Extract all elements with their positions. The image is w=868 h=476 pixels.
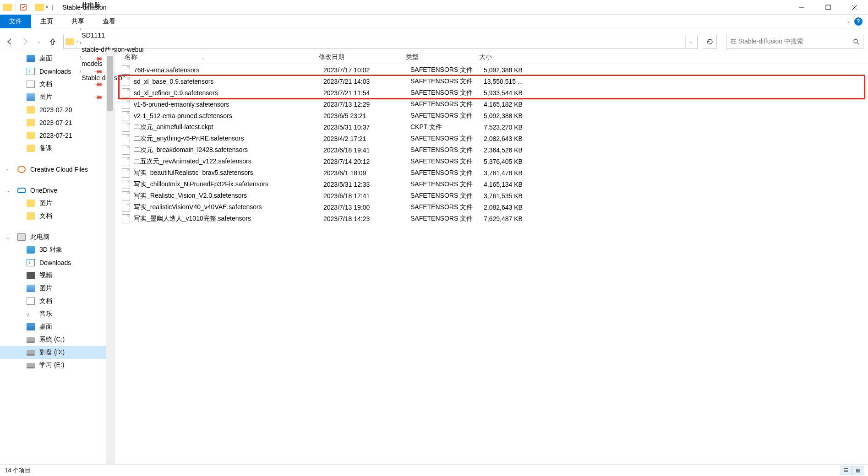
file-row[interactable]: 写实_realisticVisionV40_v40VAE.safetensors… (115, 201, 868, 213)
svg-rect-2 (826, 5, 830, 10)
file-name: 写实_Realistic_Vision_V2.0.safetensors (134, 192, 323, 200)
sidebar-item[interactable]: 文档 (0, 295, 114, 308)
tab-file[interactable]: 文件 (0, 15, 31, 28)
chevron-right-icon[interactable]: › (76, 39, 79, 44)
sidebar-item[interactable]: 图片 (0, 197, 114, 210)
file-size: 3,761,535 KB (484, 192, 534, 200)
help-icon[interactable]: ? (854, 17, 863, 26)
sidebar-item-onedrive[interactable]: ⌵OneDrive (0, 184, 114, 197)
file-icon (122, 146, 130, 155)
column-type[interactable]: 类型 (406, 53, 479, 61)
sidebar-item[interactable]: 桌面 (0, 320, 114, 333)
breadcrumb-item[interactable]: 此电脑 (79, 1, 146, 10)
column-name[interactable]: 名称⌵ (122, 53, 319, 61)
search-input[interactable]: 在 Stable-diffusion 中搜索 (726, 35, 863, 49)
file-icon (122, 111, 130, 120)
scrollbar-thumb[interactable] (107, 56, 113, 111)
file-type: SAFETENSORS 文件 (410, 112, 484, 120)
view-icons-button[interactable]: ▦ (852, 466, 863, 475)
qat-dropdown-icon[interactable]: ▾ (46, 5, 48, 10)
divider (31, 3, 31, 11)
file-icon (122, 123, 130, 132)
forward-button[interactable] (20, 37, 30, 47)
sidebar-item[interactable]: 桌面📌 (0, 52, 114, 65)
file-date: 2023/7/21 11:54 (323, 89, 410, 97)
address-dropdown-icon[interactable]: ⌵ (685, 35, 695, 48)
file-type: SAFETENSORS 文件 (410, 100, 484, 108)
sidebar-item-label: 3D 对象 (39, 246, 62, 254)
file-name: sd_xl_refiner_0.9.safetensors (134, 89, 323, 97)
sidebar-item[interactable]: 音乐 (0, 308, 114, 320)
tab-home[interactable]: 主页 (31, 15, 62, 28)
sidebar-item[interactable]: 视频 (0, 269, 114, 282)
tab-share[interactable]: 共享 (62, 15, 93, 28)
folder-icon[interactable] (35, 4, 44, 11)
file-size: 2,364,526 KB (484, 146, 534, 154)
sidebar-item[interactable]: 3D 对象 (0, 243, 114, 256)
sidebar-item[interactable]: 备课 (0, 142, 114, 155)
maximize-button[interactable] (815, 0, 841, 15)
search-icon[interactable] (853, 38, 859, 45)
collapse-icon[interactable]: ⌵ (6, 235, 9, 240)
sidebar-item[interactable]: Downloads📌 (0, 65, 114, 78)
sort-indicator-icon: ⌵ (202, 55, 204, 60)
pin-icon: 📌 (94, 92, 104, 102)
sidebar-item[interactable]: 文档 (0, 210, 114, 222)
minimize-button[interactable] (788, 0, 815, 15)
file-row[interactable]: v2-1_512-ema-pruned.safetensors2023/6/5 … (115, 110, 868, 121)
folder-icon (27, 200, 35, 207)
sidebar-item[interactable]: 2023-07-21 (0, 129, 114, 142)
file-row[interactable]: v1-5-pruned-emaonly.safetensors2023/7/13… (115, 98, 868, 110)
pin-icon: 📌 (94, 54, 104, 64)
sidebar-item-this-pc[interactable]: ⌵此电脑 (0, 231, 114, 243)
doc-icon (27, 81, 35, 88)
navigation-pane[interactable]: 桌面📌Downloads📌文档📌图片📌2023-07-202023-07-212… (0, 50, 115, 464)
collapse-icon[interactable]: ⌵ (6, 188, 9, 193)
file-row[interactable]: 二次元_anything-v5-PrtRE.safetensors2023/4/… (115, 133, 868, 144)
view-details-button[interactable]: ☰ (841, 466, 852, 475)
file-type: SAFETENSORS 文件 (410, 157, 484, 166)
file-row[interactable]: 二次元_animefull-latest.ckpt2023/5/31 10:37… (115, 121, 868, 133)
file-icon (122, 203, 130, 212)
sidebar-item[interactable]: 图片📌 (0, 91, 114, 103)
file-row[interactable]: 写实_beautifulRealistic_brav5.safetensors2… (115, 167, 868, 178)
file-row[interactable]: 写实_墨幽人造人_v1010完整.safetensors2023/7/18 14… (115, 213, 868, 224)
tab-view[interactable]: 查看 (93, 15, 125, 28)
drive-icon (27, 363, 35, 368)
recent-dropdown-icon[interactable]: ⌵ (36, 37, 42, 47)
chevron-right-icon[interactable]: › (79, 40, 82, 45)
column-date[interactable]: 修改日期 (319, 53, 406, 61)
sidebar-item-creative-cloud[interactable]: ›Creative Cloud Files (0, 163, 114, 176)
up-button[interactable] (48, 37, 58, 47)
close-button[interactable] (841, 0, 868, 15)
sidebar-item-label: 文档 (39, 297, 52, 305)
scrollbar[interactable] (106, 50, 114, 464)
file-row[interactable]: 写实_chilloutmix_NiPrunedFp32Fix.safetenso… (115, 178, 868, 190)
sidebar-item-label: Creative Cloud Files (30, 166, 88, 173)
file-row[interactable]: 写实_Realistic_Vision_V2.0.safetensors2023… (115, 190, 868, 201)
sidebar-item[interactable]: 2023-07-21 (0, 116, 114, 129)
sidebar-item[interactable]: 图片 (0, 282, 114, 295)
sidebar-item[interactable]: 学习 (E:) (0, 359, 114, 372)
file-icon (122, 168, 130, 178)
back-button[interactable] (5, 37, 15, 47)
sidebar-item[interactable]: 副盘 (D:) (0, 346, 114, 359)
column-size[interactable]: 大小 (479, 53, 530, 61)
file-row[interactable]: sd_xl_base_0.9.safetensors2023/7/21 14:0… (115, 76, 868, 87)
ribbon-expand-icon[interactable]: ⌵ (847, 18, 851, 24)
expand-icon[interactable]: › (6, 167, 8, 172)
refresh-button[interactable] (703, 35, 717, 49)
file-list[interactable]: 768-v-ema.safetensors2023/7/17 10:02SAFE… (115, 64, 868, 464)
breadcrumb-item[interactable]: SD1111 (79, 32, 146, 39)
address-bar[interactable]: › 此电脑›副盘 (D:)›SD1111›stable-diffusion-we… (63, 35, 698, 49)
column-headers: 名称⌵ 修改日期 类型 大小 (115, 50, 868, 64)
file-row[interactable]: 二五次元_revAnimated_v122.safetensors2023/7/… (115, 156, 868, 167)
sidebar-item[interactable]: 2023-07-20 (0, 103, 114, 116)
sidebar-item[interactable]: Downloads (0, 256, 114, 269)
sidebar-item[interactable]: 系统 (C:) (0, 333, 114, 346)
sidebar-item[interactable]: 文档📌 (0, 78, 114, 91)
file-row[interactable]: 768-v-ema.safetensors2023/7/17 10:02SAFE… (115, 64, 868, 76)
properties-icon[interactable] (20, 4, 27, 11)
file-row[interactable]: 二次元_breakdomain_l2428.safetensors2023/6/… (115, 144, 868, 156)
file-row[interactable]: sd_xl_refiner_0.9.safetensors2023/7/21 1… (115, 87, 868, 98)
